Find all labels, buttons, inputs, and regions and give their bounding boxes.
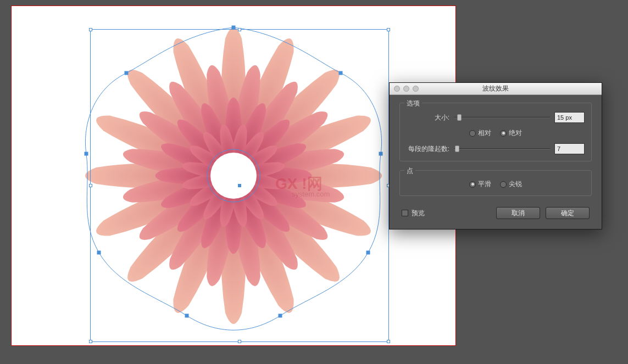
absolute-label: 绝对 bbox=[509, 128, 522, 138]
size-input[interactable]: 15 px bbox=[554, 112, 585, 123]
dialog-titlebar[interactable]: 波纹效果 bbox=[390, 83, 602, 95]
smooth-radio[interactable]: 平滑 bbox=[469, 180, 491, 189]
ripple-effect-dialog[interactable]: 波纹效果 选项 大小: 15 px 相对 bbox=[389, 82, 602, 229]
ridges-slider[interactable] bbox=[454, 144, 550, 153]
minimize-window-icon[interactable] bbox=[403, 86, 409, 92]
smooth-label: 平滑 bbox=[478, 180, 491, 189]
relative-radio[interactable]: 相对 bbox=[469, 128, 491, 138]
close-window-icon[interactable] bbox=[394, 86, 400, 92]
ridges-label: 每段的隆起数: bbox=[407, 144, 449, 154]
svg-rect-8 bbox=[85, 152, 88, 155]
points-group: 点 平滑 尖锐 bbox=[399, 170, 592, 196]
sharp-radio[interactable]: 尖锐 bbox=[500, 180, 522, 189]
radio-icon bbox=[469, 130, 476, 137]
svg-rect-1 bbox=[232, 26, 235, 29]
checkbox-icon bbox=[402, 210, 408, 216]
svg-rect-7 bbox=[97, 251, 101, 254]
radio-icon bbox=[500, 181, 507, 188]
dialog-footer: 预览 取消 确定 bbox=[399, 205, 592, 221]
dialog-title: 波纹效果 bbox=[482, 84, 509, 93]
size-mode-radio-group: 相对 绝对 bbox=[469, 128, 522, 138]
svg-rect-5 bbox=[279, 314, 282, 317]
svg-rect-6 bbox=[185, 314, 188, 317]
svg-rect-2 bbox=[339, 71, 342, 75]
svg-rect-9 bbox=[125, 71, 128, 75]
relative-label: 相对 bbox=[478, 128, 491, 138]
size-slider[interactable] bbox=[454, 113, 550, 122]
flower-artwork[interactable] bbox=[69, 11, 398, 340]
ridges-slider-thumb[interactable] bbox=[455, 145, 459, 152]
ok-button[interactable]: 确定 bbox=[546, 207, 590, 219]
size-label: 大小: bbox=[407, 113, 449, 122]
options-group: 选项 大小: 15 px 相对 绝 bbox=[399, 103, 592, 161]
radio-icon bbox=[469, 181, 476, 188]
sharp-label: 尖锐 bbox=[509, 180, 522, 189]
points-mode-radio-group: 平滑 尖锐 bbox=[469, 180, 522, 189]
points-group-label: 点 bbox=[404, 166, 415, 176]
window-controls bbox=[394, 86, 419, 92]
ridges-input[interactable]: 7 bbox=[554, 143, 585, 154]
radio-icon bbox=[500, 130, 507, 137]
cancel-button[interactable]: 取消 bbox=[496, 207, 540, 219]
preview-checkbox[interactable]: 预览 bbox=[402, 209, 425, 218]
flower-center bbox=[210, 153, 257, 199]
svg-rect-4 bbox=[366, 251, 370, 254]
dialog-body: 选项 大小: 15 px 相对 绝 bbox=[390, 95, 602, 229]
svg-rect-3 bbox=[379, 152, 382, 155]
preview-label: 预览 bbox=[412, 209, 425, 218]
size-slider-thumb[interactable] bbox=[457, 114, 462, 121]
zoom-window-icon[interactable] bbox=[413, 86, 419, 92]
options-group-label: 选项 bbox=[404, 99, 422, 108]
absolute-radio[interactable]: 绝对 bbox=[500, 128, 522, 138]
